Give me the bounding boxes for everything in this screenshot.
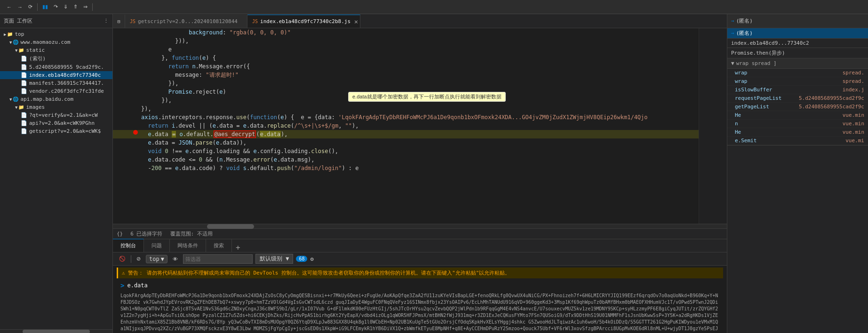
tree-item-baidu[interactable]: ▼ 🌐 api.map.baidu.com — [0, 95, 112, 103]
toolbar-sep — [131, 255, 131, 263]
sidebar-scrollbar-thumb — [23, 330, 90, 333]
brace-icon: {} — [117, 231, 123, 237]
scope-prop-name-0: wrap — [735, 70, 748, 76]
gear-icon[interactable]: ⚙ — [310, 256, 313, 262]
call-stack-current[interactable]: → (匿名) — [727, 28, 868, 39]
sidebar-more-icon[interactable]: ⋮ — [104, 18, 109, 24]
tab-index[interactable]: JS index.eb1a48cd9fc77340c2b8.js × — [247, 15, 360, 28]
console-content[interactable]: ⚠ 警告： 请勿将代码粘贴到你不理解或尚未审阅自己的 DevTools 控制台。… — [113, 266, 727, 333]
refresh-button[interactable]: ⟳ — [25, 3, 35, 11]
tree-item-manifest[interactable]: 📄 manifest.366915c7344417. — [0, 79, 112, 87]
clear-console-button[interactable]: 🚫 — [117, 255, 128, 263]
separator2 — [92, 3, 93, 11]
scope-prop-val-6: vue.min — [843, 121, 864, 127]
code-line-breakpoint: e.data = o.default.@aes_decrypt(e.data), — [113, 130, 699, 138]
file-ref: index.eb1a48cd9...77340c2 — [731, 40, 809, 46]
tab-js-icon: JS — [130, 19, 135, 24]
code-line-7: }), — [113, 79, 699, 88]
code-line-6: message: "请求超时!" — [113, 71, 699, 79]
minimap — [699, 28, 727, 224]
console-warning: ⚠ 警告： 请勿将代码粘贴到你不理解或尚未审阅自己的 DevTools 控制台。… — [117, 268, 723, 278]
code-line-2: })), — [113, 37, 699, 45]
tree-item-domain1[interactable]: ▼ 🌐 www.maomaozu.com — [0, 38, 112, 46]
tab-getscript-label: getscript?v=2.0...20240108120844 — [138, 18, 238, 24]
right-panel-header: → (匿名) — [727, 14, 868, 28]
tab-issues[interactable]: 问题 — [144, 239, 170, 252]
code-line-16: e.data.code <= 0 && (n.Message.error(e.d… — [113, 155, 699, 164]
tab-index-label: index.eb1a48cd9fc77340c2b8.js — [260, 18, 350, 24]
tree-item-static[interactable]: ▼ 📁 static — [0, 46, 112, 54]
tree-item-index-eb1[interactable]: 📄 index.eb1a48cd9fc77340c — [0, 71, 112, 79]
code-line-10: }), — [113, 105, 699, 113]
eye-button[interactable]: 👁 — [170, 255, 180, 263]
tree-label-apiv2: api?v=2.0&ak=cWK9PGhn — [29, 120, 95, 126]
tree-item-5d[interactable]: 📄 5.d24085689955 9cad2f9c. — [0, 63, 112, 71]
tree-item-images[interactable]: ▼ 📁 images — [0, 103, 112, 111]
scope-prop-name-4: getPageList — [735, 104, 769, 110]
tree-item-top[interactable]: ▶ 📁 top — [0, 30, 112, 38]
tree-item-vendor[interactable]: 📄 vendor.c206f3dfc7fc31fde — [0, 87, 112, 95]
code-line-1: background: "rgba(0, 0, 0, 0)" — [113, 28, 699, 37]
tree-label-domain1: www.maomaozu.com — [20, 39, 70, 45]
async-label: Promise.then(异步) — [731, 49, 785, 57]
scope-collapse-icon: ▼ — [731, 60, 734, 66]
scope-item-8: e.Semit vue.mi — [727, 137, 868, 145]
tab-getscript[interactable]: JS getscript?v=2.0...20240108120844 — [125, 15, 247, 28]
tab-search[interactable]: 搜索 — [206, 239, 232, 252]
code-line-3: e — [113, 45, 699, 54]
tree-label-manifest: manifest.366915c7344417. — [29, 80, 104, 86]
tab-network[interactable]: 网络条件 — [170, 239, 206, 252]
step-over-button[interactable]: ↷ — [51, 3, 61, 11]
main-layout: 页面 工作区 ⋮ ▶ 📁 top ▼ 🌐 www.maomaozu.com ▼ … — [0, 14, 868, 333]
console-input[interactable] — [127, 282, 719, 289]
scope-prop-val-3: 5.d24085689955cad2f9c — [799, 95, 864, 101]
separator — [37, 3, 38, 11]
forward-button[interactable]: → — [15, 3, 25, 11]
pause-button[interactable]: ▮▮ — [40, 3, 51, 11]
tab-console[interactable]: 控制台 — [113, 239, 144, 252]
step-button[interactable]: ⇒ — [80, 3, 90, 11]
tree-item-apiv2[interactable]: 📄 api?v=2.0&ak=cWK9PGhn — [0, 119, 112, 127]
console-filter-input[interactable] — [183, 254, 253, 264]
scope-prop-val-8: vue.mi — [845, 138, 864, 144]
add-tab-button[interactable]: + — [232, 243, 244, 252]
sidebar-header: 页面 工作区 ⋮ — [0, 14, 112, 28]
bottom-tabs: 控制台 问题 网络条件 搜索 + — [113, 239, 727, 252]
step-out-button[interactable]: ⇑ — [71, 3, 80, 11]
sidebar-page-label[interactable]: 页面 — [4, 17, 14, 24]
step-into-button[interactable]: ⇓ — [61, 3, 71, 11]
left-sidebar: 页面 工作区 ⋮ ▶ 📁 top ▼ 🌐 www.maomaozu.com ▼ … — [0, 14, 113, 333]
sidebar-workspace-label[interactable]: 工作区 — [17, 17, 32, 24]
scope-item-6: n vue.min — [727, 120, 868, 128]
scope-prop-val-1: spread. — [843, 78, 864, 84]
code-content[interactable]: background: "rgba(0, 0, 0, 0)" })), e — [113, 28, 699, 224]
scope-prop-name-8: e.Semit — [735, 138, 757, 144]
call-stack-file[interactable]: index.eb1a48cd9...77340c2 — [727, 39, 868, 48]
code-status-bar: {} 6 已选择字符 覆盖范围: 不适用 — [113, 228, 727, 239]
editor-wrapper: ⊟ JS getscript?v=2.0...20240108120844 JS… — [113, 14, 727, 333]
breakpoint-indicator[interactable] — [133, 130, 138, 135]
filter-toggle-button[interactable]: ⊘ — [134, 255, 143, 263]
sidebar-scroll[interactable] — [0, 329, 112, 333]
anon-label: (匿名) — [736, 17, 753, 24]
back-button[interactable]: ← — [4, 3, 15, 11]
level-label: 默认级别 ▼ — [260, 255, 289, 263]
top-selector[interactable]: top ▼ — [146, 255, 167, 263]
code-line-11: axios.interceptors.response.use(function… — [113, 113, 699, 122]
scope-header-label: wrap spread ] — [736, 60, 777, 66]
scope-header-wrap: ▼ wrap spread ] — [727, 58, 868, 69]
code-line-15: void 0 !== e.config.loading && e.config.… — [113, 147, 699, 155]
right-panel-toolbar-btn[interactable]: → — [731, 18, 734, 24]
code-line-17: -200 == e.data.code) ? void s.default.pu… — [113, 164, 699, 172]
tree-item-index-file[interactable]: 📄 (索引) — [0, 54, 112, 63]
code-line-14: e.data = JSON.parse(e.data)), — [113, 138, 699, 147]
split-editor-btn[interactable]: ⊟ — [113, 15, 125, 28]
scope-item-1: wrap spread. — [727, 77, 868, 86]
warning-text: 警告： 请勿将代码粘贴到你不理解或尚未审阅自己的 DevTools 控制台。这可… — [128, 270, 510, 276]
tree-item-qt[interactable]: 📄 ?qt=verify&v=2.1&ak=cW — [0, 111, 112, 119]
console-input-row: > — [117, 280, 723, 291]
tab-close-icon[interactable]: × — [354, 18, 358, 25]
level-select[interactable]: 默认级别 ▼ — [255, 254, 293, 264]
h-scrollbar[interactable] — [113, 224, 727, 228]
tree-item-getscript2[interactable]: 📄 getscript?v=2.0&ak=cWK$ — [0, 127, 112, 135]
